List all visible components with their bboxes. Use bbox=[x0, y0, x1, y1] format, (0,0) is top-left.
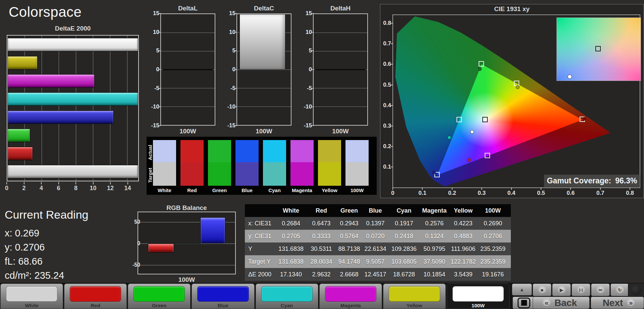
minichart-gridline bbox=[161, 51, 215, 51]
cie-x-tick-label: 0.8 bbox=[623, 190, 637, 196]
swatch-actual-white bbox=[153, 140, 176, 162]
table-value-cell: 0.2684 bbox=[275, 220, 307, 227]
cie-y-tick-label: 0.8 bbox=[381, 20, 391, 27]
swatch-actual-cyan bbox=[263, 140, 286, 162]
swatch-actual-red bbox=[180, 140, 204, 162]
minichart-gridline bbox=[237, 70, 291, 70]
minichart-gridline bbox=[161, 106, 215, 107]
minichart-x-label: 100W bbox=[236, 128, 291, 135]
minichart-plot bbox=[160, 13, 215, 126]
table-column-header: Blue bbox=[363, 207, 388, 214]
pattern-button-red[interactable]: Red bbox=[64, 283, 127, 309]
cie-plot-border-top bbox=[393, 14, 640, 15]
swatch-label: Yellow bbox=[318, 187, 341, 193]
cie-y-tickmark bbox=[391, 105, 393, 106]
pattern-button-green[interactable]: Green bbox=[128, 283, 191, 309]
gamut-coverage-label: Gamut Coverage: bbox=[547, 176, 611, 185]
stop-button[interactable]: ■ bbox=[533, 283, 551, 296]
media-control-row: ■▶[•]∞↻ bbox=[533, 283, 629, 296]
pattern-window-icon: [•] bbox=[577, 285, 586, 295]
current-reading-title: Current Reading bbox=[5, 208, 88, 221]
cie-target-white bbox=[482, 117, 488, 122]
pattern-button-100w[interactable]: 100W bbox=[447, 283, 509, 309]
cie-measurement-white bbox=[470, 130, 474, 134]
next-button-label: Next bbox=[603, 298, 623, 308]
minichart-y-tickmark bbox=[159, 50, 161, 51]
minichart-y-tick-label: -15 bbox=[225, 122, 235, 129]
table-value-cell: 0.2576 bbox=[420, 220, 449, 227]
loop-icon: ∞ bbox=[596, 285, 605, 295]
cie-measurement-yellow bbox=[516, 85, 520, 89]
collapse-panel-button[interactable]: ▲ bbox=[512, 283, 532, 296]
pattern-swatch-yellow bbox=[389, 286, 440, 302]
deltae-x-tick-label: 2 bbox=[17, 185, 31, 192]
cie-x-tick-label: 0.4 bbox=[504, 190, 519, 196]
swatch-actual-100w bbox=[345, 140, 369, 162]
swatch-label: Cyan bbox=[263, 187, 286, 193]
cie-target-cyan bbox=[457, 117, 462, 122]
pattern-window-toggle-button[interactable] bbox=[513, 297, 535, 309]
minichart-deltac: DeltaC151050-5-10-15100W bbox=[225, 5, 292, 139]
current-reading-panel: Current Reading x: 0.269y: 0.2706fL: 68.… bbox=[5, 208, 88, 282]
pattern-button-blue[interactable]: Blue bbox=[192, 283, 254, 309]
pattern-button-label: Yellow bbox=[383, 303, 445, 308]
swatch-label: Red bbox=[180, 187, 204, 193]
pattern-window-button[interactable]: [•] bbox=[572, 283, 590, 296]
pattern-swatch-green bbox=[133, 286, 185, 302]
table-row: Y131.683830.531188.713822.6134109.283650… bbox=[245, 242, 511, 255]
pattern-button-magenta[interactable]: Magenta bbox=[319, 283, 382, 309]
deltae-x-tickmark bbox=[110, 182, 111, 184]
refresh-button[interactable]: ↻ bbox=[610, 283, 629, 296]
next-button[interactable]: Next » bbox=[591, 297, 644, 309]
deltae-bar-magenta bbox=[7, 74, 95, 88]
cie-y-tick-label: 0.4 bbox=[381, 102, 391, 109]
cie-1931-panel: CIE 1931 xy 0.10.20.30.40.50.60.70.800.1… bbox=[380, 4, 644, 198]
play-button[interactable]: ▶ bbox=[552, 283, 571, 296]
table-value-cell: 28.0034 bbox=[307, 258, 336, 265]
swatch-target-yellow bbox=[318, 162, 341, 186]
back-button-label: Back bbox=[554, 298, 577, 308]
minichart-title: DeltaL bbox=[160, 5, 215, 12]
pattern-button-label: Cyan bbox=[256, 303, 318, 308]
minichart-zero-line bbox=[315, 69, 366, 70]
cie-x-tickmark bbox=[600, 187, 601, 190]
bottom-bar: WhiteRedGreenBlueCyanMagentaYellow100W ▲… bbox=[0, 283, 644, 309]
minichart-bar bbox=[239, 14, 285, 70]
minichart-y-tickmark bbox=[235, 69, 237, 70]
swatch-actual-blue bbox=[235, 140, 259, 162]
minichart-y-tick-label: 10 bbox=[225, 29, 235, 36]
rgb-gridline bbox=[138, 265, 235, 265]
cie-x-tick-label: 0.5 bbox=[534, 190, 548, 196]
cie-y-tick-label: 0.5 bbox=[381, 82, 391, 88]
table-value-cell: 0.5764 bbox=[336, 233, 363, 240]
deltae-bar-row bbox=[7, 108, 138, 126]
actual-row-label: Actual bbox=[147, 141, 153, 164]
swatch-column-100w: 100W bbox=[345, 140, 369, 193]
swatch-column-green: Green bbox=[208, 140, 231, 193]
table-row: ΔE 200017.13402.96322.666812.451718.6728… bbox=[245, 268, 511, 281]
minichart-gridline bbox=[161, 33, 215, 33]
cie-y-tickmark bbox=[391, 64, 393, 64]
back-button[interactable]: « Back bbox=[533, 297, 590, 309]
loop-button[interactable]: ∞ bbox=[591, 283, 610, 296]
minichart-y-tick-label: -5 bbox=[302, 85, 312, 92]
cie-y-axis bbox=[392, 14, 393, 188]
deltae-x-tick-label: 10 bbox=[87, 185, 100, 192]
pattern-button-cyan[interactable]: Cyan bbox=[256, 283, 318, 309]
minichart-y-tick-label: -10 bbox=[225, 103, 235, 110]
cie-y-tickmark bbox=[391, 126, 393, 126]
swatch-label: Magenta bbox=[290, 187, 314, 193]
minichart-y-tick-label: 0 bbox=[149, 66, 159, 73]
pattern-button-white[interactable]: White bbox=[0, 283, 63, 309]
swatch-actual-green bbox=[208, 140, 231, 162]
rgb-y-tick-label: 50 bbox=[131, 219, 140, 225]
pattern-swatch-red bbox=[70, 286, 121, 302]
pattern-button-yellow[interactable]: Yellow bbox=[383, 283, 446, 309]
deltae-bar-row bbox=[7, 144, 138, 163]
inset-target-marker bbox=[595, 46, 601, 51]
table-value-cell: 88.7138 bbox=[336, 246, 363, 253]
deltae-bar-row bbox=[7, 36, 138, 54]
minichart-zero-line bbox=[163, 69, 213, 70]
deltae-x-tick-label: 4 bbox=[35, 185, 48, 192]
minichart-y-tick-label: 15 bbox=[302, 10, 312, 17]
